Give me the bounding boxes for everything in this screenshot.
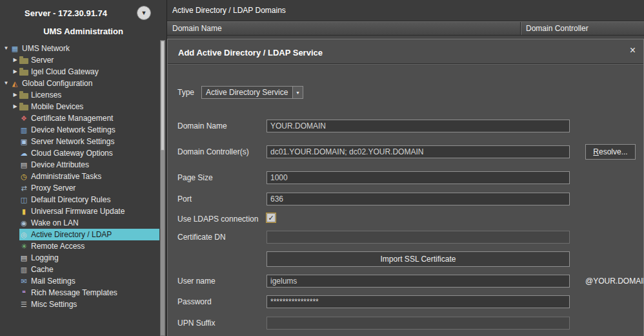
port-row: Port bbox=[168, 193, 643, 205]
tree-item-label: Cache bbox=[31, 264, 54, 275]
column-header-domain-name[interactable]: Domain Name bbox=[167, 22, 521, 35]
sidebar-item-universal-firmware-update[interactable]: ▮Universal Firmware Update bbox=[0, 205, 159, 217]
certificate-dn-label: Certificate DN bbox=[177, 233, 226, 242]
type-dropdown[interactable]: Active Directory Service ▼ bbox=[201, 86, 303, 99]
sidebar: Server - 172.30.91.74 ▼ UMS Administrati… bbox=[0, 0, 167, 336]
page-size-row: Page Size bbox=[168, 171, 643, 184]
server-dropdown-button[interactable]: ▼ bbox=[137, 6, 151, 20]
column-header-domain-controller[interactable]: Domain Controller bbox=[521, 22, 644, 35]
sidebar-item-proxy-server[interactable]: ⇄Proxy Server bbox=[0, 182, 159, 194]
sidebar-item-mobile-devices[interactable]: ▶Mobile Devices bbox=[0, 101, 159, 112]
page-size-label: Page Size bbox=[177, 173, 213, 182]
tree-item-label: Cloud Gateway Options bbox=[31, 147, 113, 159]
main-panel: Active Directory / LDAP Domains Domain N… bbox=[167, 0, 644, 336]
firmware-icon: ▮ bbox=[19, 207, 28, 216]
scrollbar-thumb[interactable] bbox=[161, 41, 165, 151]
breadcrumb: Active Directory / LDAP Domains bbox=[167, 0, 644, 21]
sidebar-item-cloud-gateway-options[interactable]: ☁Cloud Gateway Options bbox=[0, 147, 159, 159]
type-dropdown-value: Active Directory Service bbox=[202, 88, 292, 97]
sidebar-header: Server - 172.30.91.74 ▼ UMS Administrati… bbox=[0, 0, 166, 43]
tree-item-label: Igel Cloud Gateway bbox=[31, 66, 99, 78]
domain-name-input[interactable] bbox=[267, 120, 570, 132]
sidebar-item-certificate-management[interactable]: ❖Certificate Management bbox=[0, 112, 159, 124]
password-label: Password bbox=[177, 297, 212, 306]
type-label: Type bbox=[177, 88, 194, 97]
port-input[interactable] bbox=[267, 193, 570, 205]
ldaps-label: Use LDAPS connection bbox=[177, 215, 258, 224]
sidebar-item-mail-settings[interactable]: ✉Mail Settings bbox=[0, 275, 159, 287]
tree-item-label: UMS Network bbox=[22, 43, 70, 54]
folder-icon bbox=[19, 70, 28, 76]
tree-item-label: Misc Settings bbox=[31, 299, 77, 310]
domain-name-label: Domain Name bbox=[177, 121, 227, 131]
upn-suffix-input[interactable] bbox=[267, 317, 570, 330]
chevron-right-icon[interactable]: ▶ bbox=[11, 54, 19, 66]
mail-icon: ✉ bbox=[19, 277, 28, 286]
sidebar-item-active-directory-ldap[interactable]: ◎Active Directory / LDAP bbox=[0, 229, 159, 240]
type-row: Type Active Directory Service ▼ bbox=[168, 86, 643, 99]
password-input[interactable] bbox=[267, 295, 570, 308]
certificate-dn-input[interactable] bbox=[267, 231, 570, 244]
table-header: Domain Name Domain Controller bbox=[167, 21, 644, 36]
attributes-icon: ▤ bbox=[19, 161, 28, 169]
import-ssl-certificate-button[interactable]: Import SSL Certificate bbox=[267, 251, 570, 267]
rules-icon: ◫ bbox=[19, 196, 28, 204]
sidebar-item-server-network-settings[interactable]: ▣Server Network Settings bbox=[0, 136, 159, 147]
chevron-down-icon[interactable]: ▼ bbox=[2, 78, 10, 89]
domain-controllers-input[interactable] bbox=[267, 145, 570, 158]
domain-controllers-label: Domain Controller(s) bbox=[177, 147, 249, 156]
chevron-right-icon[interactable]: ▶ bbox=[11, 66, 19, 78]
global-config-icon: ◭ bbox=[10, 79, 19, 88]
network-icon: ▦ bbox=[10, 45, 19, 53]
sidebar-scrollbar[interactable] bbox=[160, 40, 165, 336]
message-icon: ❝ bbox=[19, 289, 28, 297]
user-name-input[interactable] bbox=[267, 275, 570, 288]
sidebar-item-misc-settings[interactable]: ☰Misc Settings bbox=[0, 299, 159, 310]
folder-icon bbox=[19, 105, 28, 110]
chevron-right-icon[interactable]: ▶ bbox=[11, 89, 19, 101]
sidebar-item-global-configuration[interactable]: ▼◭Global Configuration bbox=[0, 78, 159, 89]
tree-item-label: Server bbox=[31, 54, 54, 66]
sidebar-item-remote-access[interactable]: ✳Remote Access bbox=[0, 240, 159, 252]
cache-icon: ▥ bbox=[19, 266, 28, 274]
sidebar-item-server[interactable]: ▶Server bbox=[0, 54, 159, 66]
close-icon[interactable]: × bbox=[630, 45, 636, 56]
server-title: Server - 172.30.91.74 bbox=[25, 8, 107, 18]
sidebar-item-administrative-tasks[interactable]: ◷Administrative Tasks bbox=[0, 171, 159, 182]
sidebar-item-licenses[interactable]: ▶Licenses bbox=[0, 89, 159, 101]
tree-item-label: Remote Access bbox=[31, 240, 85, 252]
tree-item-label: Wake on LAN bbox=[31, 217, 79, 229]
upn-suffix-row: UPN Suffix bbox=[168, 317, 643, 330]
sidebar-item-default-directory-rules[interactable]: ◫Default Directory Rules bbox=[0, 194, 159, 205]
domain-suffix-label: @YOUR.DOMAIN bbox=[585, 277, 644, 286]
chevron-right-icon[interactable]: ▶ bbox=[11, 101, 19, 112]
tree-item-label: Certificate Management bbox=[31, 112, 113, 124]
tree-item-label: Active Directory / LDAP bbox=[31, 229, 112, 240]
sidebar-item-igel-cloud-gateway[interactable]: ▶Igel Cloud Gateway bbox=[0, 66, 159, 78]
resolve-button[interactable]: Resolve... bbox=[585, 144, 636, 160]
tree-item-label: Logging bbox=[31, 252, 59, 264]
ldaps-row: Use LDAPS connection ✓ bbox=[168, 213, 643, 226]
sidebar-item-wake-on-lan[interactable]: ◉Wake on LAN bbox=[0, 217, 159, 229]
domain-controllers-row: Domain Controller(s) Resolve... bbox=[168, 145, 643, 158]
chevron-down-icon[interactable]: ▼ bbox=[2, 43, 10, 54]
password-row: Password bbox=[168, 295, 643, 308]
remote-icon: ✳ bbox=[19, 242, 28, 251]
sidebar-item-ums-network[interactable]: ▼▦UMS Network bbox=[0, 43, 159, 54]
tree-item-label: Universal Firmware Update bbox=[31, 205, 125, 217]
sidebar-item-logging[interactable]: ▤Logging bbox=[0, 252, 159, 264]
sidebar-item-cache[interactable]: ▥Cache bbox=[0, 264, 159, 275]
chevron-down-icon: ▼ bbox=[292, 87, 303, 98]
cloud-icon: ☁ bbox=[19, 149, 28, 158]
page-size-input[interactable] bbox=[267, 171, 570, 184]
dialog-title: Add Active Directory / LDAP Service bbox=[178, 48, 323, 58]
import-ssl-row: Import SSL Certificate bbox=[168, 251, 643, 267]
upn-suffix-label: UPN Suffix bbox=[177, 319, 215, 328]
sidebar-item-rich-message-templates[interactable]: ❝Rich Message Templates bbox=[0, 287, 159, 299]
sidebar-item-device-attributes[interactable]: ▤Device Attributes bbox=[0, 159, 159, 171]
user-name-label: User name bbox=[177, 277, 216, 286]
ad-icon: ◎ bbox=[19, 231, 28, 239]
certificate-dn-row: Certificate DN bbox=[168, 231, 643, 244]
sidebar-item-device-network-settings[interactable]: ▥Device Network Settings bbox=[0, 124, 159, 136]
ldaps-checkbox[interactable]: ✓ bbox=[267, 213, 276, 222]
